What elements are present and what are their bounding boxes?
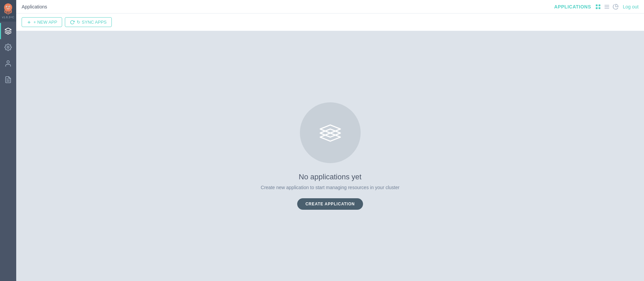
svg-point-4 [9,6,10,7]
svg-rect-11 [599,4,600,6]
svg-point-6 [7,46,9,48]
sidebar-version: v1.8.3+C [2,16,14,19]
topbar-title: Applications [22,4,47,9]
sidebar-item-user[interactable] [0,55,16,72]
sidebar-item-docs[interactable] [0,72,16,88]
document-icon [4,76,12,83]
list-view-button[interactable] [604,4,610,10]
empty-state: No applications yet Create new applicati… [16,31,644,281]
sync-apps-button[interactable]: ↻ SYNC APPS [65,17,111,27]
create-application-button[interactable]: CREATE APPLICATION [297,198,363,210]
new-app-button[interactable]: + NEW APP [22,17,62,27]
topbar: Applications APPLICATIONS [16,0,644,14]
gear-icon [4,44,12,51]
sidebar-logo: v1.8.3+C [0,0,16,22]
topbar-view-icons [595,4,619,10]
logo-icon [3,3,14,15]
user-icon [4,60,12,67]
list-icon [604,4,610,10]
svg-rect-10 [596,4,598,6]
logout-button[interactable]: Log out [623,4,639,9]
layers-icon [4,27,12,35]
empty-icon-container [300,102,361,163]
sidebar: v1.8.3+C [0,0,16,281]
grid-view-button[interactable] [595,4,601,10]
main-content: Applications APPLICATIONS [16,0,644,281]
svg-rect-12 [596,7,598,9]
svg-rect-13 [599,7,600,9]
sidebar-item-settings[interactable] [0,39,16,55]
refresh-icon [70,20,75,25]
sidebar-item-applications[interactable] [0,23,16,39]
grid-icon [595,4,601,10]
toolbar: + NEW APP ↻ SYNC APPS [16,14,644,31]
svg-point-3 [6,6,7,7]
svg-point-7 [7,61,9,63]
topbar-right: APPLICATIONS [554,4,639,10]
plus-icon [27,20,31,25]
sidebar-navigation [0,23,16,281]
empty-subtitle: Create new application to start managing… [261,185,400,190]
empty-title: No applications yet [299,173,362,181]
pie-chart-icon [613,4,619,10]
stacked-layers-icon [315,118,345,148]
chart-view-button[interactable] [613,4,619,10]
svg-marker-5 [5,28,11,31]
topbar-app-label: APPLICATIONS [554,4,591,9]
